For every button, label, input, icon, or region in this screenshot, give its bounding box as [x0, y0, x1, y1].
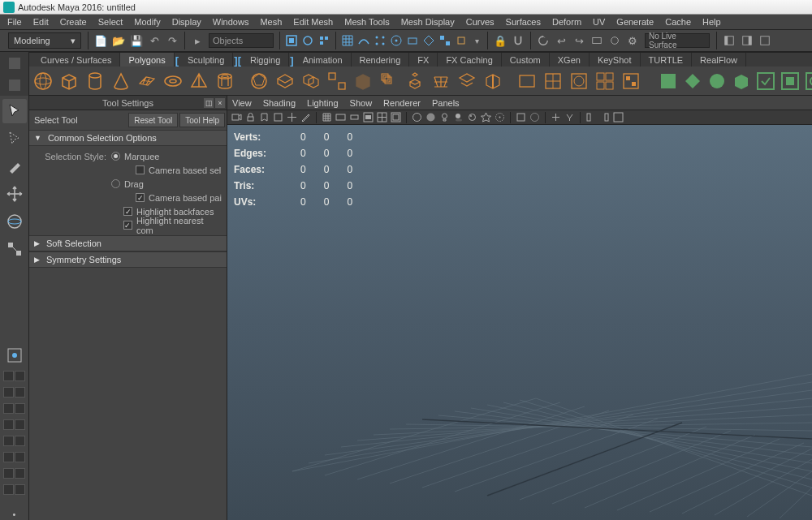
poly-platonic-icon[interactable] [248, 70, 270, 92]
open-scene-icon[interactable]: 📂 [110, 32, 127, 49]
menu-file[interactable]: File [2, 15, 28, 28]
menu-display[interactable]: Display [166, 15, 207, 28]
shelf-tab-sculpting[interactable]: Sculpting [179, 53, 233, 67]
render-settings-icon[interactable]: ⚙ [624, 32, 641, 49]
uv-spherical-icon[interactable] [568, 70, 590, 92]
vp-safe-action-icon[interactable] [390, 111, 402, 123]
layout-four-icon[interactable] [2, 371, 27, 384]
vp-misc-1-icon[interactable] [585, 111, 597, 123]
checkbox-highlight-nearest[interactable] [123, 221, 132, 230]
vp-resolution-gate-icon[interactable] [348, 111, 361, 123]
paint-select-tool-icon[interactable] [2, 154, 27, 178]
scale-tool-icon[interactable] [2, 237, 27, 261]
plugin-6-icon[interactable] [780, 71, 801, 92]
undock-icon[interactable]: ◫ [204, 98, 214, 108]
menu-generate[interactable]: Generate [611, 15, 659, 28]
shelf-tab-fx[interactable]: FX [409, 53, 438, 67]
layout-more-icon[interactable]: • [2, 509, 27, 520]
uv-editor-icon[interactable] [620, 70, 641, 92]
vp-shading-3-icon[interactable] [494, 111, 506, 123]
vp-smooth-shade-icon[interactable] [425, 111, 437, 123]
vp-menu-lighting[interactable]: Lighting [307, 98, 339, 108]
vp-shading-2-icon[interactable] [480, 111, 492, 123]
menu-select[interactable]: Select [93, 15, 129, 28]
menu-create[interactable]: Create [54, 15, 93, 28]
vp-use-lights-icon[interactable] [438, 111, 451, 123]
uv-auto-icon[interactable] [594, 70, 615, 92]
vp-2d-pan-icon[interactable] [286, 111, 298, 123]
plugin-4-icon[interactable] [731, 71, 752, 92]
snap-grid-icon[interactable] [340, 33, 355, 48]
vp-misc-3-icon[interactable] [612, 111, 624, 123]
vp-menu-renderer[interactable]: Renderer [383, 98, 421, 108]
magnet-icon[interactable] [510, 32, 526, 49]
poly-pipe-icon[interactable] [214, 70, 235, 92]
poly-pyramid-icon[interactable] [188, 70, 209, 92]
render-icon[interactable] [589, 32, 605, 49]
vp-misc-2-icon[interactable] [598, 111, 611, 123]
layout-three-icon[interactable] [2, 419, 27, 432]
vp-image-plane-icon[interactable] [272, 111, 284, 123]
vp-menu-show[interactable]: Show [350, 98, 373, 108]
redo-icon[interactable]: ↷ [164, 32, 180, 49]
poly-cone-icon[interactable] [110, 70, 132, 92]
menu-modify[interactable]: Modify [128, 15, 166, 28]
select-by-hierarchy-icon[interactable] [284, 33, 299, 48]
plugin-5-icon[interactable] [755, 71, 776, 92]
vp-lock-camera-icon[interactable] [244, 111, 257, 123]
shelf-menu-icon[interactable] [9, 58, 20, 69]
menu-surfaces[interactable]: Surfaces [500, 15, 546, 28]
uv-cylindrical-icon[interactable] [542, 70, 564, 92]
vp-gate-mask-icon[interactable] [362, 111, 374, 123]
shelf-tab-rendering[interactable]: Rendering [352, 53, 410, 67]
poly-smooth-icon[interactable] [378, 70, 400, 92]
tool-help-button[interactable]: Tool Help [179, 113, 225, 127]
select-mode-icon[interactable]: ▸ [189, 32, 205, 49]
vp-menu-shading[interactable]: Shading [263, 98, 296, 108]
shelf-tab-fx-caching[interactable]: FX Caching [438, 53, 501, 67]
menu-deform[interactable]: Deform [546, 15, 587, 28]
uv-planar-icon[interactable] [516, 70, 538, 92]
vp-select-camera-icon[interactable] [231, 111, 243, 123]
shelf-gear-icon[interactable] [9, 80, 20, 91]
poly-type-icon[interactable] [274, 70, 296, 92]
snap-misc-icon[interactable] [454, 33, 469, 48]
poly-bridge-icon[interactable] [430, 70, 451, 92]
shelf-tab-turtle[interactable]: TURTLE [641, 53, 693, 67]
output-icon[interactable]: ↪ [571, 32, 587, 49]
selection-mask-field[interactable]: Objects [209, 33, 274, 48]
vp-menu-view[interactable]: View [232, 98, 252, 108]
layout-two-side-icon[interactable] [2, 387, 27, 400]
radio-drag[interactable] [111, 179, 120, 188]
select-by-object-icon[interactable] [300, 33, 315, 48]
live-surface-field[interactable]: No Live Surface [645, 33, 710, 48]
sidebar-toggle-3-icon[interactable] [757, 32, 773, 49]
layout-custom-4-icon[interactable] [2, 484, 27, 497]
menu-mesh-display[interactable]: Mesh Display [395, 15, 460, 28]
vp-exposure-icon[interactable] [550, 111, 562, 123]
shelf-tab-xgen[interactable]: XGen [550, 53, 590, 67]
shelf-tab-polygons[interactable]: Polygons [120, 53, 174, 67]
shelf-tab-curves-surfaces[interactable]: Curves / Surfaces [32, 53, 120, 67]
vp-wireframe-icon[interactable] [411, 111, 423, 123]
snap-curve-icon[interactable] [356, 33, 371, 48]
menu-mesh[interactable]: Mesh [254, 15, 287, 28]
select-tool-icon[interactable] [2, 99, 27, 123]
snap-toggle-icon[interactable] [438, 33, 452, 48]
menu-set-selector[interactable]: Modeling ▾ [8, 32, 81, 49]
snap-view-plane-icon[interactable] [405, 33, 420, 48]
menu-edit-mesh[interactable]: Edit Mesh [287, 15, 339, 28]
poly-boolean-icon[interactable] [352, 70, 374, 92]
poly-cylinder-icon[interactable] [84, 70, 106, 92]
poly-combine-icon[interactable] [300, 70, 322, 92]
menu-curves[interactable]: Curves [460, 15, 500, 28]
poly-extrude-icon[interactable] [404, 70, 425, 92]
poly-mirror-icon[interactable] [482, 70, 503, 92]
undo-icon[interactable]: ↶ [146, 32, 162, 49]
ipr-icon[interactable] [607, 32, 623, 49]
save-scene-icon[interactable]: 💾 [128, 32, 145, 49]
layout-custom-3-icon[interactable] [2, 468, 27, 481]
plugin-3-icon[interactable] [706, 71, 728, 92]
poly-plane-icon[interactable] [136, 70, 158, 92]
poly-torus-icon[interactable] [162, 70, 184, 92]
